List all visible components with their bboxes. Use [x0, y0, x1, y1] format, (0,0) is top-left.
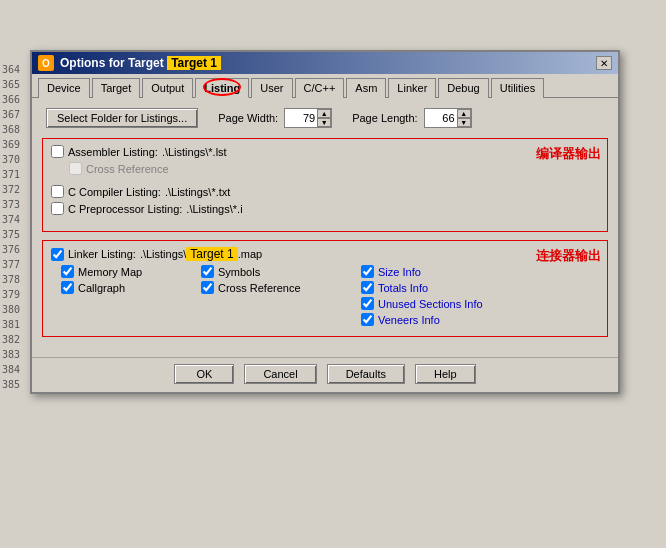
line-num: 383: [2, 347, 28, 362]
line-num: 382: [2, 332, 28, 347]
tab-output[interactable]: Output: [142, 78, 193, 98]
page-length-arrows: ▲ ▼: [457, 109, 471, 127]
unused-sections-checkbox[interactable]: [361, 297, 374, 310]
line-num: 375: [2, 227, 28, 242]
veneers-info-checkbox[interactable]: [361, 313, 374, 326]
symbols-cell: Symbols: [201, 265, 361, 278]
page-length-label: Page Length:: [352, 112, 417, 124]
tab-cpp[interactable]: C/C++: [295, 78, 345, 98]
cross-ref-label: Cross Reference: [86, 163, 169, 175]
dialog-close-button[interactable]: ✕: [596, 56, 612, 70]
c-compiler-checkbox[interactable]: [51, 185, 64, 198]
tab-listing[interactable]: Listing: [195, 78, 249, 98]
veneers-info-cell: Veneers Info: [361, 313, 599, 326]
linker-section: 连接器输出 Linker Listing: .\Listings\Target …: [42, 240, 608, 337]
line-num: 371: [2, 167, 28, 182]
tab-utilities[interactable]: Utilities: [491, 78, 544, 98]
page-length-spinbox: ▲ ▼: [424, 108, 472, 128]
linker-listing-checkbox[interactable]: [51, 248, 64, 261]
asm-listing-label: Assembler Listing:: [68, 146, 158, 158]
c-compiler-row: C Compiler Listing: .\Listings\*.txt: [51, 185, 599, 198]
dialog-content: Select Folder for Listings... Page Width…: [32, 98, 618, 353]
asm-listing-row: Assembler Listing: .\Listings\*.lst: [51, 145, 599, 158]
options-dialog: O Options for Target Target 1 ✕ Device T…: [30, 50, 620, 394]
cancel-button[interactable]: Cancel: [244, 364, 316, 384]
dialog-title-icon: O: [38, 55, 54, 71]
select-folder-button[interactable]: Select Folder for Listings...: [46, 108, 198, 128]
totals-info-label: Totals Info: [378, 282, 428, 294]
compiler-cn-label: 编译器输出: [536, 145, 601, 163]
line-num: 385: [2, 377, 28, 392]
c-preprocessor-path: .\Listings\*.i: [186, 203, 242, 215]
side-line-numbers: 364 365 366 367 368 369 370 371 372 373 …: [0, 58, 30, 396]
line-num: 369: [2, 137, 28, 152]
dialog-footer: OK Cancel Defaults Help: [32, 357, 618, 392]
line-num: 370: [2, 152, 28, 167]
page-width-down[interactable]: ▼: [317, 118, 331, 127]
size-info-checkbox[interactable]: [361, 265, 374, 278]
size-info-cell: Size Info: [361, 265, 599, 278]
tab-asm[interactable]: Asm: [346, 78, 386, 98]
memory-map-checkbox[interactable]: [61, 265, 74, 278]
cross-reference-cell: Cross Reference: [201, 281, 361, 294]
dialog-title-text: Options for Target Target 1: [60, 56, 221, 70]
tab-debug[interactable]: Debug: [438, 78, 488, 98]
tab-linker[interactable]: Linker: [388, 78, 436, 98]
page-width-group: Page Width: ▲ ▼: [218, 108, 332, 128]
line-num: 377: [2, 257, 28, 272]
line-num: 378: [2, 272, 28, 287]
c-compiler-path: .\Listings\*.txt: [165, 186, 230, 198]
linker-cn-label: 连接器输出: [536, 247, 601, 265]
tab-target[interactable]: Target: [92, 78, 141, 98]
dialog-titlebar: O Options for Target Target 1 ✕: [32, 52, 618, 74]
tab-user[interactable]: User: [251, 78, 292, 98]
symbols-label: Symbols: [218, 266, 260, 278]
line-num: 379: [2, 287, 28, 302]
ok-button[interactable]: OK: [174, 364, 234, 384]
c-preprocessor-row: C Preprocessor Listing: .\Listings\*.i: [51, 202, 599, 215]
line-num: 367: [2, 107, 28, 122]
page-width-up[interactable]: ▲: [317, 109, 331, 118]
c-preprocessor-label: C Preprocessor Listing:: [68, 203, 182, 215]
cross-ref-checkbox[interactable]: [69, 162, 82, 175]
unused-sections-cell: Unused Sections Info: [361, 297, 599, 310]
linker-listing-name: Target 1: [186, 247, 237, 261]
line-num: 368: [2, 122, 28, 137]
line-num: 374: [2, 212, 28, 227]
memory-map-label: Memory Map: [78, 266, 142, 278]
empty-cell-3: [61, 313, 201, 326]
tab-device[interactable]: Device: [38, 78, 90, 98]
cross-reference-checkbox[interactable]: [201, 281, 214, 294]
page-width-spinbox: ▲ ▼: [284, 108, 332, 128]
tabs-bar: Device Target Output Listing User C/C++ …: [32, 74, 618, 98]
callgraph-cell: Callgraph: [61, 281, 201, 294]
page-length-input[interactable]: [425, 109, 457, 127]
symbols-checkbox[interactable]: [201, 265, 214, 278]
line-num: 384: [2, 362, 28, 377]
line-num: 366: [2, 92, 28, 107]
callgraph-checkbox[interactable]: [61, 281, 74, 294]
callgraph-label: Callgraph: [78, 282, 125, 294]
page-width-label: Page Width:: [218, 112, 278, 124]
linker-listing-row: Linker Listing: .\Listings\Target 1.map: [51, 247, 599, 261]
totals-info-checkbox[interactable]: [361, 281, 374, 294]
dialog-title-left: O Options for Target Target 1: [38, 55, 221, 71]
help-button[interactable]: Help: [415, 364, 476, 384]
page-width-input[interactable]: [285, 109, 317, 127]
empty-cell-2: [201, 297, 361, 310]
linker-listing-label: Linker Listing:: [68, 248, 136, 260]
c-preprocessor-checkbox[interactable]: [51, 202, 64, 215]
cross-reference-label: Cross Reference: [218, 282, 301, 294]
line-num: 381: [2, 317, 28, 332]
page-length-down[interactable]: ▼: [457, 118, 471, 127]
page-length-up[interactable]: ▲: [457, 109, 471, 118]
defaults-button[interactable]: Defaults: [327, 364, 405, 384]
c-compiler-label: C Compiler Listing:: [68, 186, 161, 198]
compiler-section: 编译器输出 Assembler Listing: .\Listings\*.ls…: [42, 138, 608, 232]
veneers-info-label: Veneers Info: [378, 314, 440, 326]
asm-listing-checkbox[interactable]: [51, 145, 64, 158]
line-num: 373: [2, 197, 28, 212]
page-length-group: Page Length: ▲ ▼: [352, 108, 471, 128]
totals-info-cell: Totals Info: [361, 281, 599, 294]
page-width-arrows: ▲ ▼: [317, 109, 331, 127]
